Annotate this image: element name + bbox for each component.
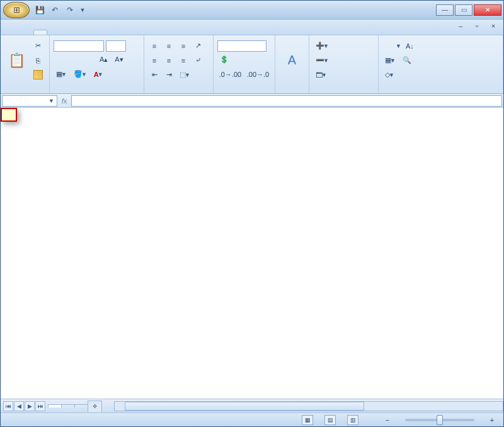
clipboard-icon: 📋: [12, 56, 22, 66]
mdi-close-icon[interactable]: ×: [487, 21, 500, 30]
sheet-nav-first[interactable]: ⏮: [3, 401, 13, 411]
shrink-font-icon[interactable]: A▾: [112, 54, 125, 66]
merge-icon[interactable]: ⬚▼: [177, 69, 193, 81]
tab-home[interactable]: [33, 30, 47, 35]
horizontal-scrollbar[interactable]: [114, 401, 503, 411]
group-number: 💲 .0→.00 .00→.0: [214, 35, 275, 93]
align-middle-icon[interactable]: ≡: [163, 40, 175, 52]
decrease-indent-icon[interactable]: ⇤: [148, 69, 161, 81]
zoom-slider-thumb[interactable]: [437, 415, 443, 425]
group-title-alignment: [148, 83, 209, 92]
insert-cells-button[interactable]: ➕ ▼: [313, 40, 331, 52]
worksheet-grid[interactable]: ▦: [1, 108, 503, 399]
orientation-icon[interactable]: ↗: [192, 40, 204, 52]
group-alignment: ≡ ≡ ≡ ↗ ≡ ≡ ≡ ⤶ ⇤ ⇥ ⬚▼: [144, 35, 214, 93]
align-bottom-icon[interactable]: ≡: [177, 40, 190, 52]
h-scroll-thumb[interactable]: [125, 402, 364, 411]
formula-bar[interactable]: [71, 95, 502, 107]
status-bar: ▦ ▤ ▥ − +: [1, 412, 503, 426]
tab-review[interactable]: [103, 30, 117, 35]
sheet-nav-last[interactable]: ⏭: [35, 401, 45, 411]
maximize-button[interactable]: ▭: [455, 4, 472, 16]
sort-filter-icon[interactable]: A↓: [403, 40, 416, 52]
tab-data[interactable]: [89, 30, 103, 35]
view-pagelayout-icon[interactable]: ▤: [324, 415, 336, 425]
borders-icon[interactable]: ▦▼: [54, 68, 69, 81]
undo-icon[interactable]: ↶: [49, 4, 61, 16]
formula-bar-row: ▼ fx: [1, 94, 503, 108]
mdi-minimize-icon[interactable]: –: [454, 21, 467, 30]
fx-icon[interactable]: fx: [57, 97, 71, 105]
ribbon: 📋 ✂ ⎘: [1, 35, 503, 94]
save-icon[interactable]: 💾: [33, 4, 46, 16]
office-button[interactable]: ⊞: [3, 2, 30, 18]
autosum-icon[interactable]: [382, 40, 395, 52]
align-left-icon[interactable]: ≡: [148, 54, 161, 67]
zoom-out-button[interactable]: −: [381, 414, 394, 426]
group-title-font: [54, 83, 140, 92]
tab-layout[interactable]: [61, 30, 75, 35]
cut-icon[interactable]: ✂: [31, 40, 45, 52]
percent-icon[interactable]: [233, 54, 246, 66]
sheet-tab-3[interactable]: [74, 404, 88, 407]
new-sheet-button[interactable]: ✧: [88, 401, 102, 412]
group-clipboard: 📋 ✂ ⎘: [1, 35, 50, 93]
font-size-combo[interactable]: [106, 40, 126, 52]
sheet-nav-next[interactable]: ▶: [25, 401, 35, 411]
group-title-cells: [313, 83, 374, 92]
view-pagebreak-icon[interactable]: ▥: [347, 415, 358, 425]
comma-icon[interactable]: [248, 54, 260, 66]
copy-icon[interactable]: ⎘: [31, 54, 45, 67]
underline-button[interactable]: [83, 54, 95, 66]
align-right-icon[interactable]: ≡: [177, 54, 190, 67]
grow-font-icon[interactable]: A▴: [97, 54, 110, 66]
align-center-icon[interactable]: ≡: [163, 54, 175, 67]
find-icon[interactable]: 🔍: [400, 54, 414, 67]
sheet-tab-bar: ⏮ ◀ ▶ ⏭ ✧: [1, 399, 503, 412]
close-button[interactable]: ✕: [474, 4, 501, 16]
clear-icon[interactable]: ◇▼: [382, 69, 397, 81]
mdi-restore-icon[interactable]: ▫: [471, 21, 483, 30]
bold-button[interactable]: [54, 54, 66, 66]
group-styles: A: [275, 35, 309, 93]
title-bar: ⊞ 💾 ↶ ↷ ▼ — ▭ ✕: [1, 1, 503, 20]
format-painter-icon[interactable]: [31, 69, 45, 81]
tab-formulas[interactable]: [75, 30, 89, 35]
tab-insert[interactable]: [47, 30, 61, 35]
delete-cells-button[interactable]: ➖ ▼: [313, 54, 331, 67]
group-title-clipboard: [4, 83, 45, 92]
zoom-slider[interactable]: [405, 419, 474, 421]
italic-button[interactable]: [68, 54, 81, 66]
qat-customize-icon[interactable]: ▼: [76, 4, 89, 16]
sheet-tab-2[interactable]: [61, 404, 75, 407]
format-cells-button[interactable]: 🗔 ▼: [313, 69, 329, 81]
fill-color-icon[interactable]: 🪣▼: [71, 68, 89, 81]
decrease-decimal-icon[interactable]: .00→.0: [245, 68, 271, 81]
name-box[interactable]: ▼: [2, 95, 57, 107]
font-family-combo[interactable]: [54, 40, 104, 52]
increase-decimal-icon[interactable]: .0→.00: [217, 68, 243, 81]
number-format-combo[interactable]: [217, 40, 266, 52]
styles-icon: A: [287, 56, 297, 66]
ribbon-tabs: – ▫ ×: [1, 20, 503, 35]
group-font: A▴ A▾ ▦▼ 🪣▼ A▼: [50, 35, 144, 93]
sheet-tab-1[interactable]: [48, 404, 62, 407]
currency-icon[interactable]: 💲: [217, 54, 231, 66]
sheet-nav-prev[interactable]: ◀: [14, 401, 24, 411]
fill-icon[interactable]: ▦▼: [382, 54, 398, 67]
paste-button[interactable]: 📋: [4, 42, 29, 79]
annotation-callout: [1, 108, 17, 122]
increase-indent-icon[interactable]: ⇥: [163, 69, 175, 81]
wrap-text-icon[interactable]: ⤶: [192, 54, 204, 67]
font-color-icon[interactable]: A▼: [91, 68, 106, 81]
minimize-button[interactable]: —: [436, 4, 454, 16]
view-normal-icon[interactable]: ▦: [302, 415, 313, 425]
excel-window: ⊞ 💾 ↶ ↷ ▼ — ▭ ✕ – ▫ × 📋: [0, 0, 504, 427]
redo-icon[interactable]: ↷: [64, 4, 76, 16]
zoom-in-button[interactable]: +: [486, 414, 498, 426]
styles-button[interactable]: A: [278, 42, 306, 79]
align-top-icon[interactable]: ≡: [148, 40, 161, 52]
group-editing: ▼ A↓ ▦▼ 🔍 ◇▼: [379, 35, 503, 93]
tab-view[interactable]: [117, 30, 130, 35]
group-cells: ➕ ▼ ➖ ▼ 🗔 ▼: [309, 35, 379, 93]
